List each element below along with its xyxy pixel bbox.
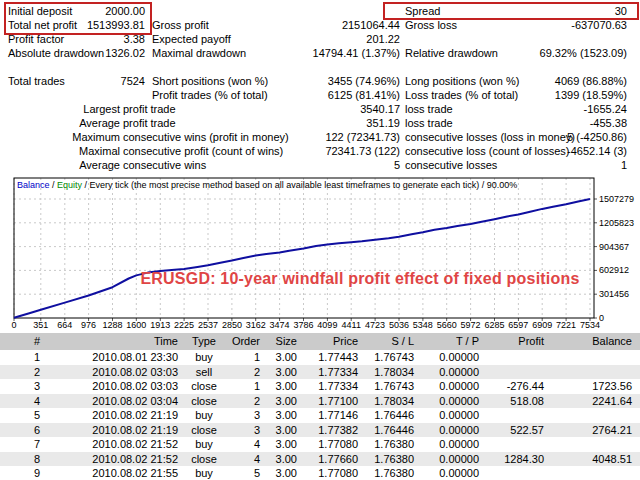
trade-row[interactable]: 22010.08.02 03:03sell23.001.773341.78034…	[0, 365, 640, 380]
chart-annotation: ERUSGD: 10-year windfall profit effect o…	[140, 270, 580, 288]
trade-sl: 1.76743	[362, 379, 418, 394]
stats-row: Largestprofit trade3540.17loss trade-165…	[0, 102, 640, 116]
stat-label: Expected payoff	[152, 32, 231, 46]
trade-type: buy	[182, 350, 226, 365]
trade-number: 3	[0, 379, 46, 394]
trade-type: close	[182, 394, 226, 409]
trade-type: buy	[182, 408, 226, 423]
stat-value: 201.22	[366, 32, 400, 46]
trade-time: 2010.08.02 03:03	[46, 379, 182, 394]
trade-size: 3.00	[264, 452, 301, 467]
trade-row[interactable]: 92010.08.02 21:55buy53.001.770801.763800…	[0, 466, 640, 480]
trade-time: 2010.08.02 21:55	[46, 466, 182, 480]
trades-col-header[interactable]: T / P	[418, 333, 483, 350]
trade-time: 2010.08.02 21:52	[46, 452, 182, 467]
trade-profit: -276.44	[483, 379, 548, 394]
stat-value: -637070.63	[571, 18, 627, 32]
trades-col-header[interactable]: Size	[264, 333, 301, 350]
trade-number: 4	[0, 394, 46, 409]
trade-sl: 1.78034	[362, 394, 418, 409]
trade-number: 1	[0, 350, 46, 365]
stat-label: consecutive losses (loss in money)	[405, 130, 575, 144]
trade-order: 4	[226, 452, 264, 467]
trade-balance: 4048.51	[548, 452, 640, 467]
trade-size: 3.00	[264, 437, 301, 452]
stat-label: Loss trades (% of total)	[405, 88, 518, 102]
trade-sl: 1.76743	[362, 350, 418, 365]
y-axis-tick-label: 904367	[599, 242, 629, 252]
stat-label: Maximal	[79, 144, 120, 158]
trade-profit	[483, 437, 548, 452]
stats-row: Absolute drawdown1326.02Maximal drawdown…	[0, 46, 640, 60]
trade-balance	[548, 350, 640, 365]
trade-row[interactable]: 12010.08.01 23:30buy13.001.774431.767430…	[0, 350, 640, 365]
stat-label: consecutive wins (profit in money)	[123, 130, 289, 144]
trade-profit: 518.08	[483, 394, 548, 409]
stat-value: -455.38	[590, 116, 627, 130]
trade-type: close	[182, 379, 226, 394]
trade-row[interactable]: 52010.08.02 21:19buy33.001.771461.764460…	[0, 408, 640, 423]
stat-label: loss trade	[405, 116, 453, 130]
balance-line	[14, 199, 590, 318]
highlight-initial-deposit-box	[4, 2, 152, 35]
trade-price: 1.77080	[301, 437, 362, 452]
trades-col-header[interactable]: Order	[226, 333, 264, 350]
stat-label: Total trades	[8, 74, 65, 88]
trades-col-header[interactable]: S / L	[362, 333, 418, 350]
chart-legend: Balance / Equity / Every tick (the most …	[17, 180, 517, 190]
stat-label: Absolute drawdown	[8, 46, 104, 60]
trade-row[interactable]: 62010.08.02 21:19close33.001.773821.7644…	[0, 423, 640, 438]
trade-time: 2010.08.02 03:03	[46, 365, 182, 380]
y-axis-tick-label: 301456	[599, 289, 629, 299]
trade-number: 8	[0, 452, 46, 467]
trade-size: 3.00	[264, 423, 301, 438]
trade-row[interactable]: 42010.08.02 03:04close23.001.771001.7803…	[0, 394, 640, 409]
trade-row[interactable]: 32010.08.02 03:03close13.001.773341.7674…	[0, 379, 640, 394]
trade-number: 5	[0, 408, 46, 423]
trades-col-header[interactable]: #	[0, 333, 46, 350]
trades-col-header[interactable]: Type	[182, 333, 226, 350]
trade-order: 3	[226, 423, 264, 438]
trade-order: 2	[226, 365, 264, 380]
stat-value: -4652.14 (3)	[567, 144, 627, 158]
trades-col-header[interactable]: Time	[46, 333, 182, 350]
summary-stats: Initial deposit2000.00Spread30Total net …	[0, 0, 640, 172]
trade-time: 2010.08.02 03:04	[46, 394, 182, 409]
trade-balance: 1723.56	[548, 379, 640, 394]
trade-row[interactable]: 72010.08.02 21:52buy43.001.770801.763800…	[0, 437, 640, 452]
trades-col-header[interactable]: Profit	[483, 333, 548, 350]
stat-value: 1399 (18.59%)	[555, 88, 627, 102]
trade-number: 6	[0, 423, 46, 438]
trades-col-header[interactable]: Price	[301, 333, 362, 350]
stats-row: Maximumconsecutive wins (profit in money…	[0, 130, 640, 144]
stats-row: Total trades7524Short positions (won %)3…	[0, 74, 640, 88]
trade-size: 3.00	[264, 350, 301, 365]
trade-size: 3.00	[264, 466, 301, 480]
trade-price: 1.77080	[301, 466, 362, 480]
trade-sl: 1.76380	[362, 466, 418, 480]
trade-profit	[483, 350, 548, 365]
trade-tp: 0.00000	[418, 423, 483, 438]
stat-label: Relative drawdown	[405, 46, 498, 60]
stats-row: Profit trades (% of total)6125 (81.41%)L…	[0, 88, 640, 102]
trade-order: 1	[226, 350, 264, 365]
trades-col-header[interactable]: Balance	[548, 333, 640, 350]
trade-profit: 522.57	[483, 423, 548, 438]
stat-value: 7524	[121, 74, 145, 88]
stat-label: Profit trades (% of total)	[152, 88, 268, 102]
trade-number: 7	[0, 437, 46, 452]
trade-price: 1.77146	[301, 408, 362, 423]
trade-tp: 0.00000	[418, 365, 483, 380]
trades-table-header: #TimeTypeOrderSizePriceS / LT / PProfitB…	[0, 333, 640, 350]
trade-tp: 0.00000	[418, 394, 483, 409]
trade-row[interactable]: 82010.08.02 21:52close43.001.776601.7638…	[0, 452, 640, 467]
trade-type: sell	[182, 365, 226, 380]
y-axis-tick-label: 1507279	[599, 194, 634, 204]
trade-order: 2	[226, 394, 264, 409]
trade-order: 1	[226, 379, 264, 394]
stat-label: Average	[79, 116, 120, 130]
stat-value: 2151064.44	[342, 18, 400, 32]
stat-label: profit trade	[123, 116, 176, 130]
highlight-spread-box	[383, 2, 639, 20]
equity-legend-label: Equity	[57, 180, 82, 190]
